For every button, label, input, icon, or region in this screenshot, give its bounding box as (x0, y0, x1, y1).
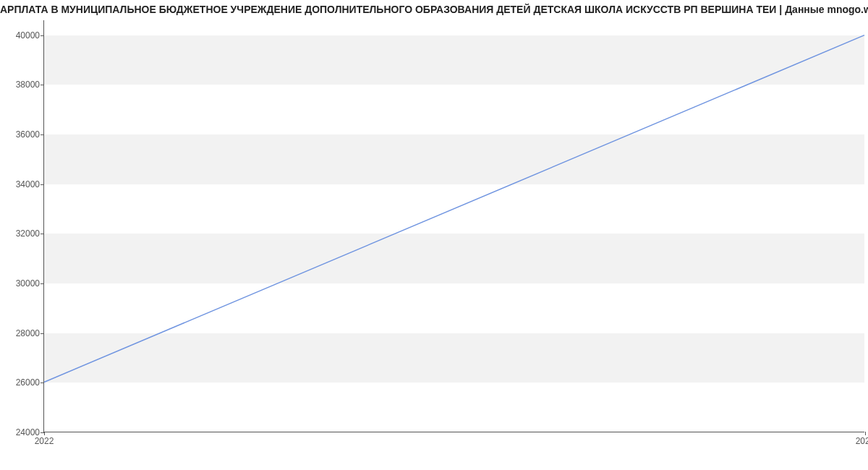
chart-plot-area: 2400026000280003000032000340003600038000… (43, 20, 864, 432)
y-axis-label: 36000 (16, 129, 40, 140)
y-tick (41, 333, 44, 334)
chart-title: АРПЛАТА В МУНИЦИПАЛЬНОЕ БЮДЖЕТНОЕ УЧРЕЖД… (0, 4, 868, 15)
x-tick (865, 432, 866, 435)
y-tick (41, 184, 44, 185)
x-axis-label: 2024 (856, 436, 868, 446)
y-axis-label: 30000 (16, 278, 40, 289)
y-axis-label: 26000 (16, 377, 40, 388)
y-tick (41, 85, 44, 85)
y-axis-label: 28000 (16, 328, 40, 338)
chart-line-layer (44, 20, 864, 432)
y-axis-label: 32000 (16, 228, 40, 239)
y-tick (41, 134, 44, 135)
y-axis-label: 38000 (16, 80, 40, 90)
y-axis-label: 40000 (16, 30, 40, 40)
chart-container: АРПЛАТА В МУНИЦИПАЛЬНОЕ БЮДЖЕТНОЕ УЧРЕЖД… (0, 0, 868, 470)
x-tick (44, 432, 45, 435)
y-tick (41, 234, 44, 234)
y-axis-label: 34000 (16, 179, 40, 189)
y-tick (41, 383, 44, 383)
y-tick (41, 283, 44, 284)
y-tick (41, 35, 44, 36)
x-axis-label: 2022 (35, 436, 54, 446)
series-line (44, 35, 864, 383)
